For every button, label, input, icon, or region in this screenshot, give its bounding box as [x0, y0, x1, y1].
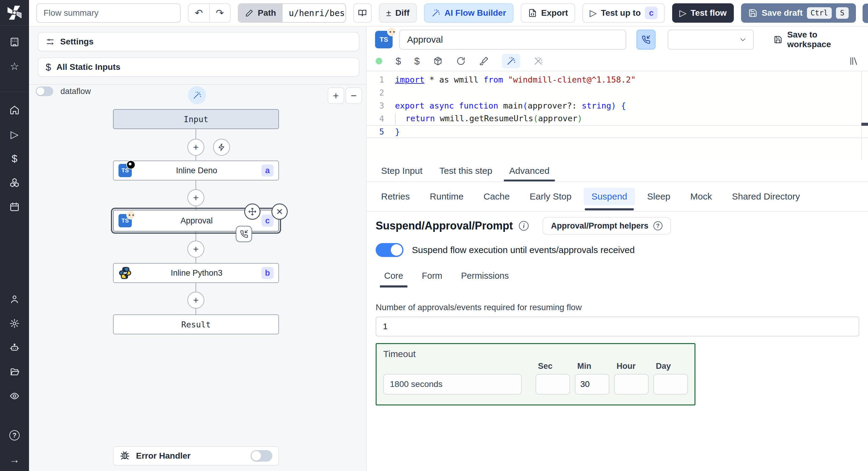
flow-settings-button[interactable]: Settings — [38, 32, 359, 51]
editor-scrollbar[interactable] — [861, 71, 862, 160]
insert-step-button[interactable]: + — [187, 189, 204, 206]
ai-assistant-wand-button[interactable] — [502, 54, 520, 68]
windmill-logo-icon[interactable] — [7, 5, 22, 21]
undo-button[interactable]: ↶ — [189, 4, 209, 22]
timeout-day-input[interactable] — [653, 374, 688, 394]
workspace-icon[interactable] — [8, 36, 21, 48]
test-up-to-button[interactable]: ▷ Test up to c — [582, 3, 665, 23]
test-flow-button[interactable]: ▷ Test flow — [672, 3, 734, 23]
workers-robot-icon[interactable] — [8, 342, 21, 354]
flow-node-input[interactable]: Input — [113, 109, 279, 129]
deploy-button-partial[interactable] — [863, 4, 868, 23]
suspend-toggle[interactable] — [376, 243, 403, 257]
schedules-calendar-icon[interactable] — [8, 201, 21, 213]
add-trigger-zap-button[interactable] — [213, 139, 230, 156]
subtab-retries[interactable]: Retries — [373, 188, 418, 205]
timeout-sec-input[interactable] — [535, 374, 570, 394]
subtab-shared-directory[interactable]: Shared Directory — [724, 188, 808, 205]
runs-play-icon[interactable]: ▷ — [8, 128, 21, 140]
tag-select[interactable] — [668, 30, 754, 50]
wand-off-icon[interactable] — [533, 56, 543, 66]
contextual-dollar-icon[interactable]: $ — [414, 56, 420, 67]
insert-step-button[interactable]: + — [187, 139, 204, 156]
package-icon[interactable] — [433, 56, 443, 66]
ai-flow-builder-button[interactable]: AI Flow Builder — [424, 3, 514, 23]
subtab-early-stop[interactable]: Early Stop — [522, 188, 579, 205]
flow-summary-input[interactable] — [36, 3, 181, 23]
code-line[interactable]: 5} — [367, 125, 868, 138]
play-icon: ▷ — [679, 8, 686, 18]
test-up-to-step-badge: c — [645, 7, 658, 19]
reload-icon[interactable] — [456, 56, 466, 66]
subtab-suspend[interactable]: Suspend — [584, 188, 635, 205]
step-name-input[interactable] — [399, 30, 626, 50]
home-icon[interactable] — [8, 104, 21, 116]
path-button[interactable]: Path u/henri/bes — [238, 3, 346, 23]
help-icon[interactable]: ? — [8, 429, 21, 441]
code-line[interactable]: 1import * as wmill from "windmill-client… — [367, 73, 868, 86]
zoom-in-button[interactable]: + — [328, 87, 344, 104]
redo-button[interactable]: ↷ — [209, 4, 230, 22]
export-button[interactable]: Export — [521, 3, 576, 23]
docs-book-button[interactable] — [353, 3, 372, 23]
error-handler-row[interactable]: Error Handler — [113, 446, 279, 466]
zoom-out-button[interactable]: − — [345, 87, 362, 104]
all-static-inputs-button[interactable]: $ All Static Inputs — [38, 57, 359, 77]
unit-label-day: Day — [653, 361, 671, 371]
subtab-runtime[interactable]: Runtime — [422, 188, 471, 205]
subtab-cache[interactable]: Cache — [476, 188, 518, 205]
tab-form[interactable]: Form — [422, 271, 442, 285]
suspend-phone-incoming-icon — [236, 226, 252, 242]
delete-step-button[interactable]: ✕ — [271, 203, 288, 220]
timeout-min-input[interactable] — [575, 374, 609, 394]
status-dot-icon — [376, 58, 382, 64]
folders-icon[interactable] — [8, 366, 21, 378]
code-line[interactable]: 4 return wmill.getResumeUrls(approver) — [367, 112, 868, 125]
move-step-button[interactable] — [244, 203, 260, 220]
python-icon — [119, 266, 132, 279]
diff-button[interactable]: ± Diff — [379, 3, 417, 23]
code-line[interactable]: 3export async function main(approver?: s… — [367, 99, 868, 112]
flow-node-inline-python3[interactable]: Inline Python3 b — [113, 263, 279, 283]
audit-eye-icon[interactable] — [8, 390, 21, 402]
resources-cubes-icon[interactable] — [8, 177, 21, 189]
insert-step-button[interactable]: + — [187, 292, 204, 308]
timeout-hour-input[interactable] — [614, 374, 649, 394]
info-icon[interactable]: i — [519, 221, 529, 231]
move-arrows-icon — [248, 207, 256, 216]
format-brush-icon[interactable] — [479, 56, 489, 66]
ai-graph-wand-button[interactable] — [188, 86, 206, 104]
flow-node-inline-deno[interactable]: TS Inline Deno a — [113, 160, 279, 180]
tab-test-this-step[interactable]: Test this step — [431, 160, 501, 181]
timeout-label: Timeout — [383, 349, 688, 359]
approvals-count-input[interactable] — [376, 317, 859, 336]
save-to-workspace-button[interactable]: Save to workspace — [774, 30, 860, 49]
variables-dollar-icon[interactable]: $ — [8, 152, 21, 165]
flow-node-result[interactable]: Result — [113, 315, 279, 334]
timeout-seconds-input[interactable] — [383, 374, 522, 394]
bun-icon — [387, 27, 396, 36]
approval-prompt-helpers-button[interactable]: Approval/Prompt helpers ? — [542, 217, 671, 235]
users-icon[interactable] — [8, 293, 21, 305]
editor-scroll-marker — [861, 123, 868, 126]
variables-dollar-icon[interactable]: $ — [396, 56, 401, 67]
subtab-sleep[interactable]: Sleep — [639, 188, 678, 205]
tab-core[interactable]: Core — [384, 271, 403, 285]
code-editor[interactable]: 1import * as wmill from "windmill-client… — [367, 71, 868, 160]
insert-step-button[interactable]: + — [187, 241, 204, 258]
library-icon[interactable] — [849, 56, 859, 66]
save-draft-button[interactable]: Save draft Ctrl S — [741, 3, 856, 23]
tab-step-input[interactable]: Step Input — [373, 160, 431, 181]
tab-permissions[interactable]: Permissions — [461, 271, 509, 285]
step-header: TS Save to workspace — [367, 27, 868, 50]
step-id-badge: c — [261, 215, 274, 227]
suspend-phone-button[interactable] — [637, 30, 655, 50]
error-handler-toggle[interactable] — [251, 450, 272, 462]
tab-advanced[interactable]: Advanced — [501, 160, 558, 181]
settings-gear-icon[interactable] — [8, 317, 21, 329]
expand-sidebar-arrow-icon[interactable]: → — [8, 453, 21, 466]
favorites-star-icon[interactable]: ☆ — [8, 60, 21, 72]
subtab-mock[interactable]: Mock — [682, 188, 720, 205]
code-line[interactable]: 2 — [367, 86, 868, 99]
dataflow-toggle[interactable] — [36, 86, 53, 96]
